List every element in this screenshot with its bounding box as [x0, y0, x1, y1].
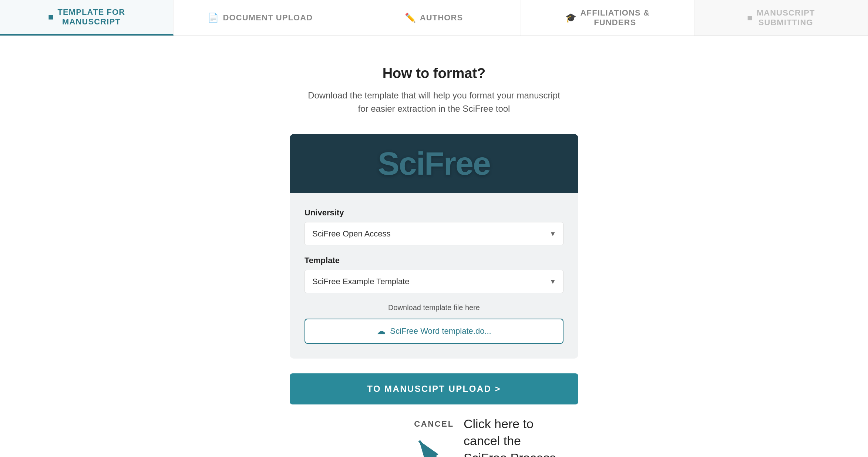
- nav-label-document: DOCUMENT UPLOAD: [223, 13, 313, 23]
- download-template-button[interactable]: ☁ SciFree Word template.do...: [305, 319, 563, 344]
- nav-label-manuscript: MANUSCRIPT SUBMITTING: [757, 8, 815, 27]
- main-content: How to format? Download the template tha…: [0, 36, 868, 451]
- template-label: Template: [305, 256, 563, 265]
- document-icon: 📄: [208, 13, 219, 23]
- university-select[interactable]: SciFree Open Access: [305, 222, 563, 245]
- page-title: How to format?: [383, 65, 486, 81]
- annotation-wrapper: Click here to cancel the SciFree Process: [416, 416, 556, 457]
- university-select-wrapper: SciFree Open Access ▼: [305, 222, 563, 245]
- affiliations-icon: 🎓: [565, 13, 577, 23]
- template-card: SciFree University SciFree Open Access ▼…: [290, 134, 578, 359]
- university-label: University: [305, 208, 563, 218]
- template-icon: ■: [48, 12, 54, 22]
- top-navigation: ■ TEMPLATE FOR MANUSCRIPT 📄 DOCUMENT UPL…: [0, 0, 868, 36]
- template-select[interactable]: SciFree Example Template: [305, 270, 563, 293]
- nav-item-manuscript: ■ MANUSCRIPT SUBMITTING: [694, 0, 868, 36]
- download-btn-text: SciFree Word template.do...: [390, 326, 491, 336]
- manuscript-icon: ■: [747, 13, 753, 23]
- nav-label-authors: AUTHORS: [420, 13, 463, 23]
- nav-item-affiliations[interactable]: 🎓 AFFILIATIONS & FUNDERS: [521, 0, 694, 36]
- download-label: Download template file here: [305, 303, 563, 312]
- page-subtitle: Download the template that will help you…: [305, 89, 563, 115]
- nav-item-document[interactable]: 📄 DOCUMENT UPLOAD: [174, 0, 347, 36]
- proceed-btn-label: TO MANUSCIPT UPLOAD >: [367, 384, 501, 394]
- scifree-logo-banner: SciFree: [290, 134, 578, 193]
- cloud-download-icon: ☁: [377, 326, 386, 336]
- card-body: University SciFree Open Access ▼ Templat…: [290, 208, 578, 344]
- nav-label-affiliations: AFFILIATIONS & FUNDERS: [581, 8, 650, 27]
- authors-icon: ✏️: [405, 13, 416, 23]
- proceed-to-upload-button[interactable]: TO MANUSCIPT UPLOAD >: [290, 373, 578, 404]
- nav-item-template[interactable]: ■ TEMPLATE FOR MANUSCRIPT: [0, 0, 174, 36]
- nav-item-authors[interactable]: ✏️ AUTHORS: [347, 0, 521, 36]
- annotation-arrow: [416, 433, 464, 457]
- scifree-logo-text: SciFree: [378, 145, 490, 182]
- nav-label-template: TEMPLATE FOR MANUSCRIPT: [58, 7, 125, 27]
- template-select-wrapper: SciFree Example Template ▼: [305, 270, 563, 293]
- annotation-text: Click here to cancel the SciFree Process: [464, 416, 556, 457]
- cancel-area: CANCEL Click here to cancel the SciFree …: [290, 419, 578, 429]
